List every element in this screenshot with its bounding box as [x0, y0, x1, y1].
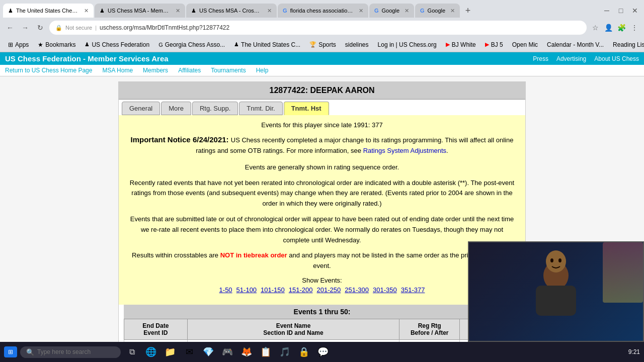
address-bar[interactable]: 🔒 Not secure | uschess.org/msa/MbrDtlTnm… [49, 21, 587, 35]
tab-close-5[interactable]: ✕ [405, 8, 409, 14]
tab-close-3[interactable]: ✕ [267, 8, 272, 14]
tab-close-6[interactable]: ✕ [450, 8, 455, 14]
taskbar-search[interactable]: 🔍 [20, 346, 121, 358]
maximize-button[interactable]: □ [615, 5, 627, 17]
tab-general[interactable]: General [122, 102, 160, 115]
bookmark-sports[interactable]: 🏆 Sports [305, 40, 340, 49]
address-separator: | [95, 25, 97, 31]
range-301-350[interactable]: 301-350 [373, 286, 397, 294]
app2-icon: 🎮 [222, 346, 233, 357]
bookmark-login[interactable]: Log in | US Chess.org [374, 40, 441, 49]
bookmark-star-icon[interactable]: ☆ [590, 22, 601, 33]
profile-icon[interactable]: 👤 [603, 22, 614, 33]
tab-favicon-3: ♟ [191, 8, 196, 14]
nav-msa[interactable]: MSA Home [102, 67, 133, 74]
minimize-button[interactable]: ─ [601, 5, 613, 17]
bookmark-apps-label: Apps [15, 41, 29, 48]
header-link-advertising[interactable]: Advertising [556, 55, 586, 62]
taskbar-app1[interactable]: 💎 [200, 344, 216, 360]
nav-affiliates[interactable]: Affiliates [178, 67, 201, 74]
bookmark-united[interactable]: ♟ The United States C... [230, 40, 304, 49]
tab-bar: ♟ The United States Chess Fe... ✕ ♟ US C… [0, 0, 644, 18]
back-button[interactable]: ← [4, 22, 16, 34]
nav-tournaments[interactable]: Tournaments [211, 67, 246, 74]
taskbar-explorer[interactable]: 📁 [162, 344, 178, 360]
bookmark-georgia[interactable]: G Georgia Chess Asso... [154, 40, 229, 49]
settings-icon[interactable]: ⋮ [629, 22, 640, 33]
new-tab-button[interactable]: + [461, 4, 475, 18]
taskbar-app6[interactable]: 💬 [315, 344, 331, 360]
bookmark-uschess[interactable]: ♟ US Chess Federation [80, 40, 153, 49]
bookmark-openmic[interactable]: Open Mic [508, 40, 542, 49]
extensions-icon[interactable]: 🧩 [616, 22, 627, 33]
range-251-300[interactable]: 251-300 [345, 286, 369, 294]
tab-favicon-1: ♟ [8, 8, 13, 14]
forward-button[interactable]: → [19, 22, 31, 34]
taskbar-chrome[interactable]: 🌐 [143, 344, 159, 360]
taskbar-app2[interactable]: 🎮 [219, 344, 235, 360]
tab-label-5: Google [382, 8, 399, 14]
browser-tab-6[interactable]: G Google ✕ [415, 4, 460, 18]
browser-tab-2[interactable]: ♟ US Chess MSA - Member D... ✕ [95, 4, 185, 18]
bookmark-apps[interactable]: ⊞ Apps [4, 40, 33, 49]
nav-home[interactable]: Return to US Chess Home Page [5, 67, 92, 74]
range-151-200[interactable]: 151-200 [289, 286, 313, 294]
tab-close-4[interactable]: ✕ [359, 8, 363, 14]
close-window-button[interactable]: ✕ [629, 5, 641, 17]
double-asterisk-notice: Recently rated events that have not yet … [129, 178, 515, 209]
tab-close-2[interactable]: ✕ [176, 8, 180, 14]
range-101-150[interactable]: 101-150 [261, 286, 285, 294]
nav-members[interactable]: Members [143, 67, 168, 74]
tab-close-1[interactable]: ✕ [84, 8, 89, 14]
webcam-figure [516, 241, 596, 341]
show-events: Show Events: 1-50 51-100 101-150 151-200… [129, 277, 515, 294]
bookmark-reading[interactable]: Reading List [609, 40, 644, 49]
taskbar-search-input[interactable] [37, 348, 108, 355]
browser-tab-3[interactable]: ♟ US Chess MSA - Cross Tabl... ✕ [186, 4, 277, 18]
taskbar-app4[interactable]: 🎵 [277, 344, 293, 360]
ratings-link[interactable]: Ratings System Adjustments [363, 147, 446, 154]
notice-area: Events for this player since late 1991: … [119, 115, 525, 305]
taskbar-app5[interactable]: 🔒 [296, 344, 312, 360]
browser-tab-1[interactable]: ♟ The United States Chess Fe... ✕ [3, 4, 94, 18]
uschess-favicon: ♟ [85, 41, 90, 48]
tab-more[interactable]: More [161, 102, 191, 115]
range-1-50[interactable]: 1-50 [219, 286, 232, 294]
chrome-icon: 🌐 [145, 346, 156, 357]
show-events-label: Show Events: [129, 277, 515, 284]
apps-icon: ⊞ [8, 41, 13, 48]
player-title: 12877422: DEEPAK AARON [270, 86, 375, 95]
header-link-about[interactable]: About US Chess [594, 55, 639, 62]
taskbar-mail[interactable]: ✉ [181, 344, 197, 360]
tab-tnmt-hst[interactable]: Tnmt. Hst [284, 102, 329, 115]
important-date: 6/24/2021: [193, 135, 229, 144]
tab-rtg-supp[interactable]: Rtg. Supp. [192, 102, 238, 115]
taskbar-app3[interactable]: 📋 [258, 344, 274, 360]
start-button[interactable]: ⊞ [4, 346, 17, 357]
taskbar-task-view[interactable]: ⧉ [124, 344, 140, 360]
bookmark-calendar[interactable]: Calendar - Month V... [543, 40, 608, 49]
important-title: Important Notice 6/24/2021: [131, 135, 231, 144]
range-351-377[interactable]: 351-377 [401, 286, 425, 294]
bookmark-login-label: Log in | US Chess.org [378, 41, 437, 48]
range-51-100[interactable]: 51-100 [236, 286, 257, 294]
header-link-press[interactable]: Press [533, 55, 548, 62]
nav-help[interactable]: Help [256, 67, 269, 74]
bookmark-bj5[interactable]: ▶ BJ 5 [481, 40, 507, 49]
col-header-event: Event Name Section ID and Name [187, 319, 399, 339]
bookmark-reading-label: Reading List [613, 41, 644, 48]
crosstable-notice: Results within crosstables are NOT in ti… [129, 250, 515, 272]
browser-tab-4[interactable]: G florida chess association - ... ✕ [278, 4, 368, 18]
browser-tab-5[interactable]: G Google ✕ [369, 4, 414, 18]
range-201-250[interactable]: 201-250 [317, 286, 341, 294]
tab-tnmt-dir[interactable]: Tnmt. Dir. [239, 102, 282, 115]
tab-label-3: US Chess MSA - Cross Tabl... [199, 8, 262, 14]
bookmark-sidelines[interactable]: sidelines [341, 40, 373, 49]
bookmark-bjwhite[interactable]: ▶ BJ White [442, 40, 480, 49]
taskbar-right: 9:21 [628, 348, 640, 355]
reload-button[interactable]: ↻ [34, 22, 46, 34]
bookmark-bookmarks[interactable]: ★ Bookmarks [34, 40, 79, 49]
tab-favicon-6: G [420, 8, 425, 14]
taskbar-firefox[interactable]: 🦊 [238, 344, 255, 360]
georgia-favicon: G [158, 42, 163, 48]
